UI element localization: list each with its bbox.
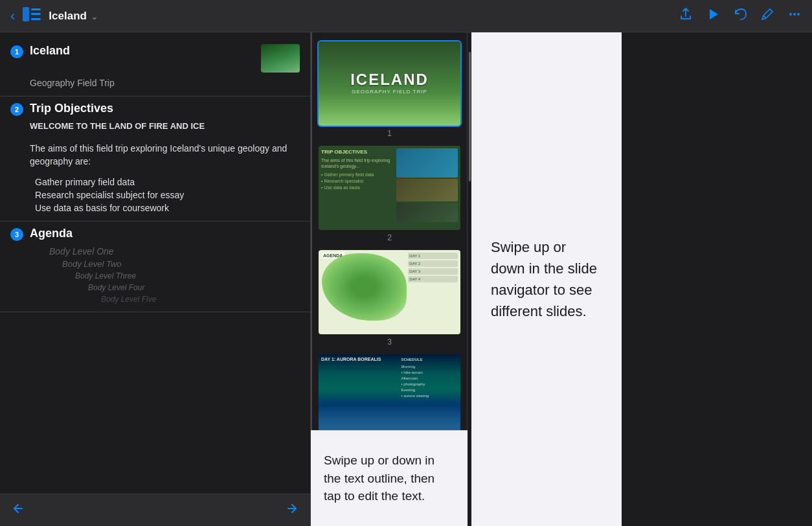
slide-1-title[interactable]: Iceland	[30, 44, 254, 58]
slide-2-body: WELCOME TO THE LAND OF FIRE AND ICE The …	[10, 121, 300, 213]
bottom-tooltip-text: Swipe up or down in the text outline, th…	[324, 452, 455, 505]
bullet-1[interactable]: Gather primary field data	[30, 177, 300, 187]
slide-nav-content[interactable]: ICELAND GEOGRAPHY FIELD TRIP 1 TRIP OBJE…	[312, 32, 467, 494]
nav-thumb-3[interactable]: AGENDA DAY 1 DAY 2 DAY 3 DAY 4	[317, 249, 462, 336]
svg-line-5	[763, 16, 766, 18]
nav-slide-2[interactable]: TRIP OBJECTIVES The aims of this field t…	[317, 144, 462, 246]
undo-button[interactable]	[733, 7, 747, 25]
slide-section-1: 1 Iceland Geography Field Trip	[0, 39, 310, 97]
scroll-track	[468, 32, 471, 526]
slide-1-thumbnail	[261, 44, 300, 73]
svg-point-6	[789, 13, 792, 16]
slide-1-number: 1	[10, 45, 23, 58]
more-button[interactable]	[787, 7, 802, 25]
svg-rect-1	[31, 8, 41, 10]
back-button[interactable]: ‹	[10, 8, 15, 25]
slide-3-number: 3	[10, 228, 23, 241]
body-level-5[interactable]: Body Level Five	[30, 295, 300, 304]
body-level-4[interactable]: Body Level Four	[30, 283, 300, 292]
collapse-button[interactable]	[13, 502, 28, 519]
outline-footer	[0, 494, 310, 526]
top-bar-right	[679, 7, 802, 25]
slide-3-title[interactable]: Agenda	[30, 227, 300, 240]
body-level-1[interactable]: Body Level One	[30, 246, 300, 257]
body-level-2[interactable]: Body Level Two	[30, 259, 300, 269]
right-tooltip-area: Swipe up or down in the slide navigator …	[471, 32, 622, 526]
bullet-2[interactable]: Research specialist subject for essay	[30, 190, 300, 200]
slide-1-header: 1 Iceland	[10, 44, 300, 73]
slide-section-2: 2 Trip Objectives WELCOME TO THE LAND OF…	[0, 97, 310, 222]
bottom-tooltip-area: Swipe up or down in the text outline, th…	[311, 430, 468, 526]
slide-2-preview: TRIP OBJECTIVES The aims of this field t…	[319, 146, 460, 230]
top-bar: ‹ Iceland ⌄	[0, 0, 812, 32]
slide-3-body: Body Level One Body Level Two Body Level…	[10, 246, 300, 304]
slide-2-header: 2 Trip Objectives	[10, 102, 300, 116]
slide-section-3: 3 Agenda Body Level One Body Level Two B…	[0, 222, 310, 312]
slide-2-caps[interactable]: WELCOME TO THE LAND OF FIRE AND ICE	[30, 121, 300, 131]
annotate-button[interactable]	[760, 7, 774, 25]
body-level-3[interactable]: Body Level Three	[30, 271, 300, 280]
share-button[interactable]	[679, 7, 693, 25]
nav-num-1: 1	[317, 129, 462, 138]
nav-num-3: 3	[317, 337, 462, 347]
play-button[interactable]	[706, 7, 720, 25]
nav-slide-1[interactable]: ICELAND GEOGRAPHY FIELD TRIP 1	[317, 40, 462, 142]
svg-rect-0	[23, 7, 29, 21]
slide-3-header: 3 Agenda	[10, 227, 300, 241]
bullet-3[interactable]: Use data as basis for coursework	[30, 203, 300, 213]
doc-title-area[interactable]: Iceland ⌄	[49, 10, 98, 23]
outline-panel: 1 Iceland Geography Field Trip 2	[0, 32, 311, 526]
svg-marker-4	[710, 9, 718, 19]
svg-rect-3	[31, 18, 41, 20]
top-bar-left: ‹ Iceland ⌄	[10, 7, 671, 25]
scroll-thumb	[469, 52, 471, 181]
nav-num-2: 2	[317, 233, 462, 242]
svg-point-7	[793, 13, 796, 16]
nav-thumb-4[interactable]: DAY 1: AURORA BOREALIS SCHEDULE Morning …	[317, 353, 462, 440]
nav-slide-3[interactable]: AGENDA DAY 1 DAY 2 DAY 3 DAY 4 3	[317, 249, 462, 350]
slide-1-body: Geography Field Trip	[10, 78, 300, 88]
slide-4-preview: DAY 1: AURORA BOREALIS SCHEDULE Morning …	[319, 354, 460, 439]
slide-1-preview: ICELAND GEOGRAPHY FIELD TRIP	[319, 41, 460, 126]
sidebar-toggle-icon[interactable]	[23, 7, 41, 25]
nav-thumb-2[interactable]: TRIP OBJECTIVES The aims of this field t…	[317, 144, 462, 231]
svg-rect-2	[31, 13, 41, 15]
slide-2-title[interactable]: Trip Objectives	[30, 102, 300, 115]
slide-2-text[interactable]: The aims of this field trip exploring Ic…	[30, 143, 300, 168]
expand-button[interactable]	[282, 502, 297, 519]
nav-thumb-1[interactable]: ICELAND GEOGRAPHY FIELD TRIP	[317, 40, 462, 127]
svg-point-8	[797, 13, 800, 16]
slide-3-preview: AGENDA DAY 1 DAY 2 DAY 3 DAY 4	[319, 250, 460, 334]
slide-1-subtitle[interactable]: Geography Field Trip	[30, 78, 300, 88]
slide-2-number: 2	[10, 103, 23, 116]
outline-content[interactable]: 1 Iceland Geography Field Trip 2	[0, 32, 310, 494]
doc-title: Iceland	[49, 10, 87, 23]
chevron-down-icon: ⌄	[91, 11, 98, 21]
right-tooltip-text: Swipe up or down in the slide navigator …	[491, 236, 602, 322]
